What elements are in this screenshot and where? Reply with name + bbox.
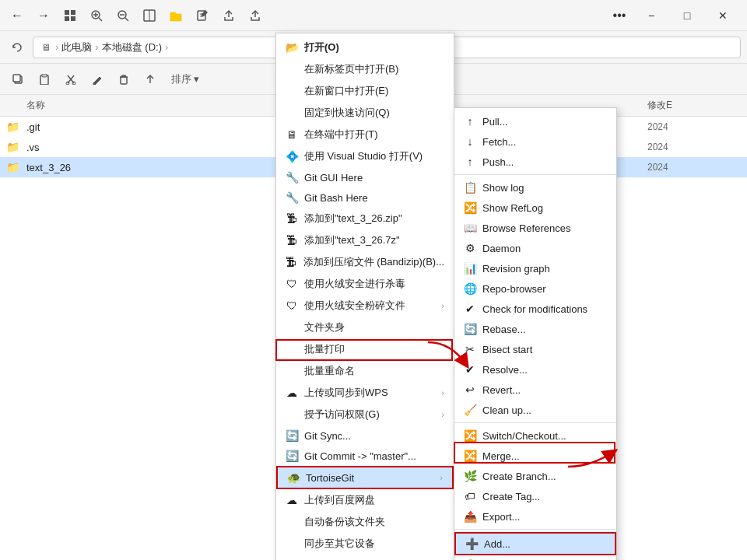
- view-toggle-button[interactable]: [139, 5, 160, 26]
- menu-item-icon: 📖: [464, 222, 476, 234]
- breadcrumb-sep1: ›: [55, 41, 58, 53]
- menu-item-label: 在终端中打开(T): [304, 128, 378, 142]
- menu-item-icon: 🗜: [286, 212, 298, 225]
- menu-item-label: TortoiseGit: [306, 472, 354, 484]
- menu-item-push---[interactable]: ↑Push...: [454, 152, 616, 172]
- menu-item-bisect-start[interactable]: ✂Bisect start: [454, 339, 616, 359]
- menu-item--------g-[interactable]: 授予访问权限(G)›: [276, 404, 454, 425]
- menu-item-label: 自动备份该文件夹: [304, 515, 385, 529]
- menu-item-label: 文件夹身: [304, 320, 345, 334]
- up-dir-button[interactable]: [139, 68, 162, 90]
- menu-item-clean-up---[interactable]: 🧹Clean up...: [454, 400, 616, 420]
- menu-item---------q-[interactable]: 固定到快速访问(Q): [276, 102, 454, 124]
- back-button[interactable]: ←: [6, 5, 28, 26]
- menu-item----visual-studio----[interactable]: 💠使用 Visual Studio 打开(V): [276, 145, 454, 167]
- menu-item-revision-graph[interactable]: 📊Revision graph: [454, 258, 616, 278]
- menu-item---------[interactable]: 自动备份该文件夹: [276, 511, 454, 533]
- menu-item-revert---[interactable]: ↩Revert...: [454, 380, 616, 400]
- menu-item----o-[interactable]: 📂打开(O): [276, 37, 454, 58]
- refresh-button[interactable]: [6, 37, 28, 58]
- menu-item-tortoisegit[interactable]: 🐢TortoiseGit›: [276, 466, 454, 489]
- menu-item-icon: 🌐: [464, 282, 476, 295]
- menu-item-label: Git GUI Here: [304, 172, 363, 184]
- menu-item-resolve---[interactable]: ✔Resolve...: [454, 359, 616, 380]
- menu-item-pull---[interactable]: ↑Pull...: [454, 111, 616, 131]
- menu-item-----------[interactable]: 🛡使用火绒安全粉碎文件›: [276, 295, 454, 317]
- menu-item-repo-browser[interactable]: 🌐Repo-browser: [454, 278, 616, 299]
- upload-button[interactable]: [244, 5, 266, 26]
- menu-item-add---[interactable]: ➕Add...: [454, 532, 616, 555]
- menu-item---------v-[interactable]: 还原以前的版本(V): [276, 555, 454, 560]
- menu-item-icon: ↑: [464, 115, 476, 128]
- zoom-out-button[interactable]: [112, 5, 134, 26]
- menu-item-label: 在新标签页中打开(B): [304, 62, 398, 76]
- share-button[interactable]: [218, 5, 240, 26]
- grid-button[interactable]: [59, 5, 81, 26]
- menu-item----------b-[interactable]: 在新标签页中打开(B): [276, 58, 454, 80]
- edit-button[interactable]: [191, 5, 213, 26]
- menu-item-label: 批量打印: [304, 342, 345, 356]
- menu-item-daemon[interactable]: ⚙Daemon: [454, 238, 616, 258]
- menu-item-create-branch---[interactable]: 🌿Create Branch...: [454, 466, 616, 486]
- menu-item-fetch---[interactable]: ↓Fetch...: [454, 131, 616, 152]
- maximize-button[interactable]: □: [669, 0, 705, 31]
- menu-item-label: Revert...: [482, 384, 521, 396]
- breadcrumb-this-pc[interactable]: 此电脑: [61, 40, 92, 54]
- menu-item-check-for-modificati[interactable]: ✔Check for modifications: [454, 299, 616, 319]
- menu-item--------[interactable]: ☁上传到百度网盘: [276, 489, 454, 511]
- delete-button[interactable]: [112, 68, 135, 90]
- menu-item-switch-checkout---[interactable]: 🔀Switch/Checkout...: [454, 425, 616, 446]
- menu-item-icon: [286, 107, 298, 119]
- close-button[interactable]: ✕: [705, 0, 741, 31]
- menu-item-label: 固定到快速访问(Q): [304, 106, 390, 120]
- menu-item-git-sync---[interactable]: 🔄Git Sync...: [276, 425, 454, 446]
- svg-rect-22: [121, 77, 127, 84]
- sort-button[interactable]: 排序 ▾: [165, 68, 205, 90]
- menu-item-label: Browse References: [482, 222, 570, 234]
- menu-item-label: Clean up...: [482, 404, 531, 416]
- menu-item-icon: 🔀: [464, 201, 476, 214]
- menu-item-----[interactable]: 批量打印: [276, 338, 454, 360]
- menu-item--------[interactable]: 同步至其它设备: [276, 533, 454, 555]
- menu-item-show-log[interactable]: 📋Show log: [454, 177, 616, 198]
- zoom-in-button[interactable]: [86, 5, 107, 26]
- rename-button[interactable]: [86, 68, 109, 90]
- menu-item-icon: ⚙: [464, 242, 476, 254]
- col-date-header[interactable]: 修改E: [647, 99, 741, 112]
- menu-item-git-commit-----maste[interactable]: 🔄Git Commit -> "master"...: [276, 446, 454, 466]
- forward-button[interactable]: →: [33, 5, 54, 26]
- menu-item-----------[interactable]: 🛡使用火绒安全进行杀毒: [276, 273, 454, 295]
- breadcrumb-local-disk[interactable]: 本地磁盘 (D:): [102, 40, 162, 54]
- menu-item---------e-[interactable]: 在新窗口中打开(E): [276, 80, 454, 102]
- menu-item-label: Show RefLog: [482, 202, 543, 214]
- menu-item-create-tag---[interactable]: 🏷Create Tag...: [454, 486, 616, 506]
- menu-item-git-gui-here[interactable]: 🔧Git GUI Here: [276, 167, 454, 187]
- copy-button[interactable]: [6, 68, 30, 90]
- more-button[interactable]: •••: [605, 5, 633, 26]
- menu-item-merge---[interactable]: 🔀Merge...: [454, 446, 616, 466]
- menu-item-----[interactable]: 文件夹身: [276, 317, 454, 338]
- menu-item--------t-[interactable]: 🖥在终端中打开(T): [276, 124, 454, 145]
- menu-item-icon: 🔄: [286, 429, 298, 442]
- menu-item-export---[interactable]: 📤Export...: [454, 506, 616, 527]
- menu-item-icon: [286, 537, 298, 550]
- menu-item-rebase---[interactable]: 🔄Rebase...: [454, 319, 616, 339]
- file-icon: 📁: [6, 121, 20, 133]
- menu-item-icon: 🏷: [464, 490, 476, 502]
- breadcrumb-sep2: ›: [95, 41, 98, 53]
- menu-item-----text-3-26-zip-[interactable]: 🗜添加到"text_3_26.zip": [276, 208, 454, 229]
- menu-item-------wps[interactable]: ☁上传或同步到WPS›: [276, 382, 454, 404]
- menu-item-label: 添加到"text_3_26.7z": [304, 233, 400, 247]
- menu-item-show-reflog[interactable]: 🔀Show RefLog: [454, 198, 616, 218]
- menu-item-browse-references[interactable]: 📖Browse References: [454, 218, 616, 238]
- minimize-button[interactable]: −: [633, 0, 669, 31]
- cut-button[interactable]: [59, 68, 82, 90]
- menu-item-----text-3-26-7z-[interactable]: 🗜添加到"text_3_26.7z": [276, 229, 454, 251]
- menu-item------[interactable]: 批量重命名: [276, 360, 454, 382]
- menu-item----------bandizip--b[interactable]: 🗜添加到压缩文件 (Bandizip)(B)...: [276, 251, 454, 273]
- folder-button[interactable]: [165, 5, 187, 26]
- menu-item-add-to-ignore-list[interactable]: 🚫Add to ignore list›: [454, 555, 616, 560]
- menu-item-label: 上传到百度网盘: [304, 493, 375, 507]
- menu-item-git-bash-here[interactable]: 🔧Git Bash Here: [276, 187, 454, 208]
- paste-button[interactable]: [33, 68, 56, 90]
